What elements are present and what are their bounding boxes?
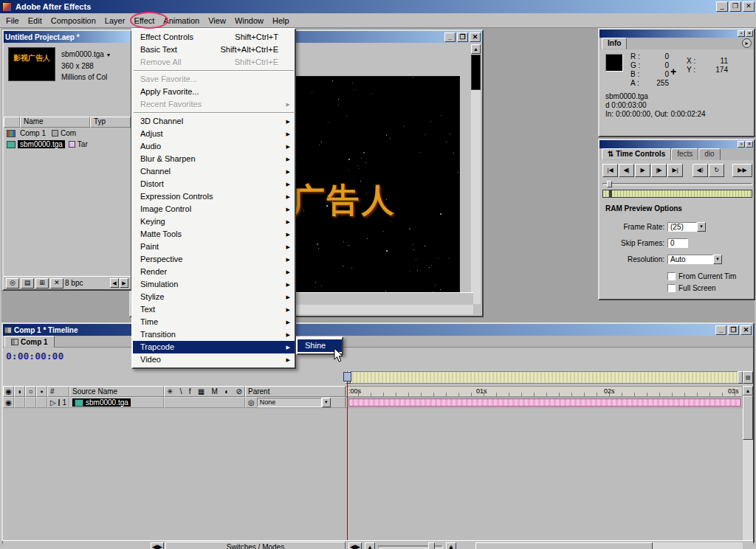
- current-time-display[interactable]: 0:00:00:00: [6, 351, 63, 362]
- resolution-dropdown[interactable]: Auto: [667, 255, 713, 264]
- ram-preview-button[interactable]: ▶▶: [732, 164, 752, 177]
- effect-menu-item[interactable]: Basic Text Shift+Alt+Ctrl+E: [133, 44, 295, 56]
- effect-category-item[interactable]: Render: [133, 266, 295, 278]
- bit-depth-label[interactable]: 8 bpc: [65, 279, 83, 287]
- effect-category-item[interactable]: 3D Channel: [133, 115, 295, 128]
- tab-comp-1[interactable]: Comp 1: [4, 336, 55, 348]
- effect-menu-item[interactable]: Apply Favorite...: [133, 86, 295, 98]
- switches-modes-button[interactable]: Switches / Modes: [165, 542, 346, 549]
- comp-vertical-scrollbar[interactable]: ▲: [471, 44, 481, 304]
- effect-category-item[interactable]: Matte Tools: [133, 228, 295, 241]
- timeline-horizontal-scrollbar[interactable]: [475, 542, 743, 549]
- av-feature-icon[interactable]: ◉: [3, 386, 14, 397]
- close-button[interactable]: ✕: [746, 141, 753, 148]
- transport-button-icon[interactable]: |▶: [651, 164, 667, 177]
- full-screen-check[interactable]: Full Screen: [667, 284, 716, 292]
- scrollbar-thumb[interactable]: [475, 542, 653, 549]
- menu-bar-item[interactable]: Window: [230, 14, 268, 27]
- palette-tab[interactable]: fects: [671, 148, 698, 160]
- menu-bar-item[interactable]: View: [204, 14, 230, 27]
- menu-bar-item[interactable]: Layer: [100, 14, 130, 27]
- effect-category-item[interactable]: Perspective: [133, 253, 295, 266]
- transport-button-icon[interactable]: ▶|: [667, 164, 683, 177]
- close-button[interactable]: ✕: [740, 325, 752, 335]
- column-number[interactable]: #: [47, 386, 69, 397]
- av-feature-icon[interactable]: ◖: [14, 386, 25, 397]
- effect-category-item[interactable]: Adjust: [133, 128, 295, 140]
- solo-cell[interactable]: [25, 397, 36, 408]
- work-area-end-handle[interactable]: [738, 371, 743, 384]
- palette-menu-icon[interactable]: ▸: [742, 38, 752, 48]
- minimize-button[interactable]: _: [444, 32, 456, 42]
- close-button[interactable]: ✕: [746, 30, 753, 37]
- layer-number-cell[interactable]: ▷ 1: [47, 397, 69, 408]
- transport-button-icon[interactable]: |◀: [602, 164, 618, 177]
- new-folder-icon[interactable]: ▤: [21, 278, 34, 289]
- zoom-in-icon[interactable]: ▲: [446, 542, 456, 549]
- lock-cell[interactable]: [36, 397, 47, 408]
- layer-row[interactable]: ◉ ▷ 1 sbm0000.tga ◎ None ▼: [3, 397, 346, 408]
- project-titlebar[interactable]: Untitled Project.aep *: [4, 31, 131, 43]
- column-parent[interactable]: Parent: [245, 386, 346, 397]
- effect-category-item[interactable]: Channel: [133, 165, 295, 178]
- column-icon[interactable]: [4, 117, 20, 128]
- close-button[interactable]: ✕: [470, 32, 481, 42]
- find-icon[interactable]: ◎: [6, 278, 19, 289]
- info-palette-titlebar[interactable]: ▪ ✕: [599, 30, 754, 38]
- time-controls-titlebar[interactable]: ▪ ✕: [599, 140, 754, 148]
- scroll-right-icon[interactable]: ▶: [120, 278, 128, 288]
- effect-category-item[interactable]: Distort: [133, 178, 295, 190]
- collapse-button[interactable]: ▪: [738, 141, 745, 148]
- effect-menu-item[interactable]: Save Favorite...: [133, 73, 295, 86]
- scrollbar-thumb[interactable]: [471, 55, 481, 90]
- nav-corner-icon[interactable]: ▨: [743, 371, 753, 384]
- menu-bar-item[interactable]: File: [1, 14, 24, 27]
- dropdown-arrow-icon[interactable]: ▼: [322, 398, 331, 407]
- effect-category-item[interactable]: Trapcode: [133, 341, 295, 353]
- jog-handle[interactable]: [607, 181, 612, 187]
- trash-icon[interactable]: ✕: [50, 278, 63, 289]
- minimize-button[interactable]: _: [715, 325, 726, 335]
- timeline-titlebar[interactable]: Comp 1 * Timeline _ ❐ ✕: [3, 324, 753, 336]
- palette-tab[interactable]: dio: [698, 148, 720, 160]
- column-source-name[interactable]: Source Name: [69, 386, 164, 397]
- effect-category-item[interactable]: Keying: [133, 215, 295, 228]
- checkbox[interactable]: [667, 284, 676, 292]
- effect-category-item[interactable]: Time: [133, 316, 295, 328]
- expand-columns-icon[interactable]: ◀▶: [151, 542, 164, 549]
- effect-category-item[interactable]: Transition: [133, 328, 295, 341]
- current-time-indicator-handle[interactable]: [343, 372, 351, 381]
- menu-bar-item[interactable]: Edit: [24, 14, 47, 27]
- new-composition-icon[interactable]: ⊞: [35, 278, 49, 289]
- parent-dropdown[interactable]: None ▼: [257, 398, 331, 407]
- effect-category-item[interactable]: Simulation: [133, 278, 295, 291]
- restore-button[interactable]: ❐: [729, 1, 741, 12]
- project-list-item[interactable]: Comp 1 Com: [4, 128, 131, 139]
- jog-slider[interactable]: [602, 183, 752, 185]
- audio-cell[interactable]: [14, 397, 25, 408]
- layer-parent-cell[interactable]: ◎ None ▼: [245, 397, 346, 408]
- shuttle-handle[interactable]: [609, 190, 612, 198]
- column-switches[interactable]: ✳\f▦M◐⊘: [164, 386, 245, 397]
- scroll-up-icon[interactable]: ▲: [743, 386, 753, 396]
- shuttle-slider[interactable]: [602, 190, 752, 198]
- audio-loop-button-icon[interactable]: ◀⟩: [693, 164, 708, 177]
- layer-source-cell[interactable]: sbm0000.tga: [69, 397, 164, 408]
- column-type[interactable]: Typ: [90, 117, 131, 128]
- effect-category-item[interactable]: Stylize: [133, 291, 295, 303]
- effect-category-item[interactable]: Expression Controls: [133, 190, 295, 203]
- av-feature-icon[interactable]: ▪: [36, 386, 47, 397]
- label-color-chip[interactable]: [58, 399, 61, 406]
- effect-category-item[interactable]: Audio: [133, 140, 295, 153]
- time-ruler[interactable]: :00s01s02s03s: [346, 386, 743, 397]
- skip-frames-input[interactable]: 0: [667, 238, 688, 248]
- time-navigator[interactable]: [346, 371, 743, 384]
- effect-category-item[interactable]: Image Control: [133, 203, 295, 215]
- collapse-button[interactable]: ▪: [738, 30, 745, 37]
- timeline-vertical-scrollbar[interactable]: ▲: [743, 386, 753, 540]
- effect-category-item[interactable]: Video: [133, 353, 295, 366]
- scroll-up-icon[interactable]: ▲: [471, 44, 481, 54]
- from-current-time-check[interactable]: From Current Tim: [667, 272, 736, 280]
- effect-category-item[interactable]: Paint: [133, 241, 295, 253]
- close-button[interactable]: ✕: [743, 1, 755, 12]
